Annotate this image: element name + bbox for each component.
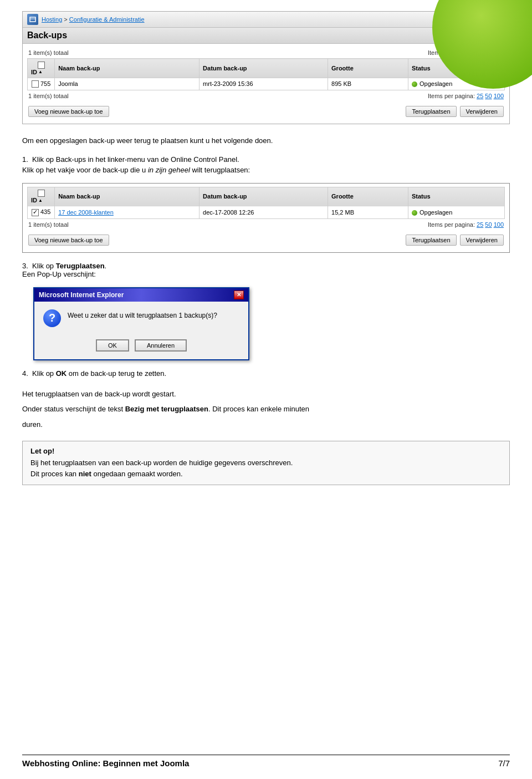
intro-paragraph: Om een opgeslagen back-up weer terug te … [22,135,510,146]
step1-section: 1. Klik op Back-ups in het linker-menu v… [22,155,510,174]
td-check: 755 [28,78,55,90]
row-checkbox[interactable] [32,80,39,88]
s2-th-id: ID [31,197,37,203]
panel-body: 1 item(s) totaal Items per pagina: 25 50… [23,44,509,124]
s2-items-count: 1 item(s) totaal [28,221,69,228]
ie-cancel-button[interactable]: Annuleren [135,339,187,352]
restore-button-disabled[interactable]: Terugplaatsen [406,106,456,117]
s2-delete-button[interactable]: Verwijderen [460,235,504,246]
action-bar-right: Terugplaatsen Verwijderen [406,106,504,117]
items-per-page: Items per pagina: 25 50 100 [428,49,504,56]
warning-text: Bij het terugplaatsen van een back-up wo… [30,457,502,479]
s2-items-total: 1 item(s) totaal Items per pagina: 25 50… [27,219,505,230]
s2-add-backup-button[interactable]: Voeg nieuwe back-up toe [28,235,109,246]
ie-ok-button[interactable]: OK [96,339,129,352]
items-per-page-bottom: Items per pagina: 25 50 100 [428,93,504,99]
items-total-top: 1 item(s) totaal Items per pagina: 25 50… [27,47,505,58]
step3-bold: Terugplaatsen [56,262,105,270]
page-footer: Webhosting Online: Beginnen met Joomla 7… [22,755,510,768]
step1-text: Klik op Back-ups in het linker-menu van … [32,155,239,164]
items-count: 1 item(s) totaal [28,49,69,56]
footer-title: Webhosting Online: Beginnen met Joomla [22,758,189,768]
s2-th-date[interactable]: Datum back-up [200,187,328,206]
action-bar: Voeg nieuwe back-up toe Terugplaatsen Ve… [27,103,505,120]
s2-td-name: 17 dec 2008-klanten [55,206,200,219]
sort-id-icon[interactable]: ▲ [38,69,43,74]
warning-title: Let op! [30,447,502,455]
refresh-button[interactable]: Vernieuwen [456,30,505,41]
td-status: Opgeslagen [408,78,505,90]
ie-title: Microsoft Internet Explorer [39,291,124,299]
per-page-50[interactable]: 50 [485,49,492,56]
second-backups-table: ID ▲ Naam back-up Datum back-up Grootte … [27,187,505,219]
second-panel-body: ID ▲ Naam back-up Datum back-up Grootte … [23,184,509,252]
step1-italic: in zijn geheel [148,166,190,174]
s2-th-name[interactable]: Naam back-up [55,187,200,206]
s2-sort-icon[interactable]: ▲ [38,198,43,203]
th-size: Grootte [328,59,408,78]
ie-question-icon: ? [43,309,61,327]
step1-number: 1. Klik op Back-ups in het linker-menu v… [22,155,510,164]
ie-message: Weet u zeker dat u wilt terugplaatsen 1 … [68,309,239,319]
s2-action-bar-left: Voeg nieuwe back-up toe [28,235,109,246]
s2-td-size: 15,2 MB [328,206,408,219]
s2-items-per-page: Items per pagina: 25 50 100 [428,221,504,228]
s2-per-page-50[interactable]: 50 [485,221,492,228]
s2-per-page-100[interactable]: 100 [494,221,504,228]
result-line2: Onder status verschijnt de tekst Bezig m… [22,404,510,415]
panel-titlebar: Hosting > Configuratie & Administratie S… [23,12,509,28]
step1-instruction: Klik op het vakje voor de back-up die u … [22,166,510,174]
td-date: mrt-23-2009 15:36 [200,78,328,90]
per-page-100-b[interactable]: 100 [494,93,504,99]
panel-header: Back-ups Vernieuwen [23,28,509,44]
breadcrumb-sep: > [64,16,69,23]
per-page-25[interactable]: 25 [477,49,483,56]
items-count-bottom: 1 item(s) totaal [28,93,69,99]
s2-restore-button[interactable]: Terugplaatsen [406,235,456,246]
th-check: ID ▲ [28,59,55,78]
second-screenshot: ID ▲ Naam back-up Datum back-up Grootte … [22,183,510,253]
screen-id: Screen ID: 2.11.39.01 [451,17,505,23]
td-size: 895 KB [328,78,408,90]
step4-text: 4. Klik op OK om de back-up terug te zet… [22,369,510,378]
per-page-100[interactable]: 100 [494,49,504,56]
s2-select-all[interactable] [38,190,45,197]
ie-titlebar: Microsoft Internet Explorer ✕ [34,288,248,302]
panel-title: Back-ups [27,30,67,40]
breadcrumb-hosting[interactable]: Hosting [42,16,62,23]
table-row: 755 Joomla mrt-23-2009 15:36 895 KB Opge… [28,78,505,90]
result-line1: Het terugplaatsen van de back-up wordt g… [22,389,510,400]
th-id-label: ID [31,69,37,75]
s2-row-checkbox[interactable] [32,209,39,216]
ie-close-button[interactable]: ✕ [234,291,244,299]
th-date[interactable]: Datum back-up [200,59,328,78]
intro-text-block: Om een opgeslagen back-up weer terug te … [22,135,510,146]
th-name[interactable]: Naam back-up [55,59,200,78]
per-page-25-b[interactable]: 25 [477,93,483,99]
step3-number: 3. [22,262,28,270]
ie-body: ? Weet u zeker dat u wilt terugplaatsen … [34,302,248,335]
warning-line1: Bij het terugplaatsen van een back-up wo… [30,457,502,469]
result-bold: Bezig met terugplaatsen [125,405,208,413]
s2-th-check: ID ▲ [28,187,55,206]
s2-td-check: 435 [28,206,55,219]
status-icon [412,82,417,87]
warning-bold: niet [79,470,91,478]
footer-page: 7/7 [498,758,510,768]
refresh-icon [459,32,467,39]
s2-backup-link[interactable]: 17 dec 2008-klanten [58,209,114,216]
per-page-50-b[interactable]: 50 [485,93,492,99]
s2-per-page-25[interactable]: 25 [477,221,483,228]
warning-box: Let op! Bij het terugplaatsen van een ba… [22,441,510,485]
top-screenshot-panel: Hosting > Configuratie & Administratie S… [22,11,510,124]
s2-table-row: 435 17 dec 2008-klanten dec-17-2008 12:2… [28,206,505,219]
ie-dialog: Microsoft Internet Explorer ✕ ? Weet u z… [33,287,249,360]
breadcrumb-config[interactable]: Configuratie & Administratie [69,16,145,23]
delete-button-disabled[interactable]: Verwijderen [460,106,504,117]
action-bar-left: Voeg nieuwe back-up toe [28,106,109,117]
s2-th-status: Status [408,187,505,206]
select-all-checkbox[interactable] [38,62,45,69]
add-backup-button[interactable]: Voeg nieuwe back-up toe [28,106,109,117]
items-total-bottom: 1 item(s) totaal Items per pagina: 25 50… [27,90,505,101]
s2-action-bar: Voeg nieuwe back-up toe Terugplaatsen Ve… [27,231,505,249]
